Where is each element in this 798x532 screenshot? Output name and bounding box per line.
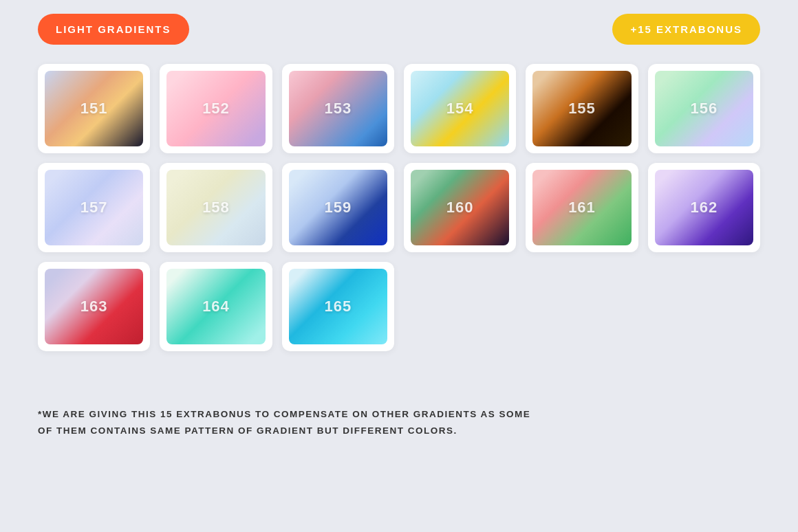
gradient-label-153: 153 xyxy=(324,100,352,118)
gradient-card-156[interactable]: 156 xyxy=(648,64,760,153)
gradient-grid-row2: 157158159160161162 xyxy=(38,163,760,252)
gradient-preview-156: 156 xyxy=(655,71,753,146)
gradient-card-158[interactable]: 158 xyxy=(160,163,272,252)
gradient-card-157[interactable]: 157 xyxy=(38,163,150,252)
gradient-card-163[interactable]: 163 xyxy=(38,262,150,351)
gradient-preview-157: 157 xyxy=(45,170,143,245)
gradient-preview-155: 155 xyxy=(532,71,631,146)
gradient-preview-163: 163 xyxy=(45,269,143,344)
page-wrapper: Light Gradients +15 ExtraBonus 151152153… xyxy=(0,0,798,466)
grid-spacer xyxy=(404,262,516,351)
gradient-card-152[interactable]: 152 xyxy=(160,64,272,153)
gradient-preview-165: 165 xyxy=(289,269,387,344)
gradient-card-160[interactable]: 160 xyxy=(404,163,516,252)
gradient-card-165[interactable]: 165 xyxy=(282,262,394,351)
grid-spacer xyxy=(526,262,638,351)
gradient-grid-row3: 163164165 xyxy=(38,262,760,351)
gradient-preview-158: 158 xyxy=(166,170,265,245)
gradient-card-161[interactable]: 161 xyxy=(526,163,638,252)
gradient-preview-151: 151 xyxy=(45,71,143,146)
footer-text: *We are giving this 15 ExtraBonus to com… xyxy=(38,406,760,439)
extra-bonus-badge: +15 ExtraBonus xyxy=(612,14,760,45)
gradient-label-165: 165 xyxy=(324,298,352,315)
gradient-card-153[interactable]: 153 xyxy=(282,64,394,153)
gradient-label-160: 160 xyxy=(446,199,474,217)
grid-spacer xyxy=(648,262,760,351)
gradient-card-164[interactable]: 164 xyxy=(160,262,272,351)
gradient-label-157: 157 xyxy=(80,199,108,217)
gradient-label-151: 151 xyxy=(80,100,108,118)
gradient-label-163: 163 xyxy=(80,298,108,315)
gradient-card-159[interactable]: 159 xyxy=(282,163,394,252)
gradient-preview-164: 164 xyxy=(166,269,265,344)
gradient-label-156: 156 xyxy=(690,100,718,118)
gradient-card-162[interactable]: 162 xyxy=(648,163,760,252)
gradient-label-162: 162 xyxy=(690,199,718,217)
gradient-preview-153: 153 xyxy=(289,71,387,146)
gradient-card-155[interactable]: 155 xyxy=(526,64,638,153)
gradient-label-161: 161 xyxy=(568,199,596,217)
header-row: Light Gradients +15 ExtraBonus xyxy=(38,14,760,45)
gradient-preview-159: 159 xyxy=(289,170,387,245)
gradient-card-151[interactable]: 151 xyxy=(38,64,150,153)
gradient-preview-160: 160 xyxy=(411,170,509,245)
gradient-label-155: 155 xyxy=(568,100,596,118)
gradient-grid-row1: 151152153154155156 xyxy=(38,64,760,153)
gradient-card-154[interactable]: 154 xyxy=(404,64,516,153)
gradient-preview-161: 161 xyxy=(532,170,631,245)
gradient-preview-152: 152 xyxy=(166,71,265,146)
light-gradients-badge: Light Gradients xyxy=(38,14,189,45)
gradient-label-159: 159 xyxy=(324,199,352,217)
gradient-preview-154: 154 xyxy=(411,71,509,146)
gradient-label-154: 154 xyxy=(446,100,474,118)
gradient-label-158: 158 xyxy=(202,199,230,217)
gradient-label-152: 152 xyxy=(202,100,230,118)
gradient-label-164: 164 xyxy=(202,298,230,315)
gradient-preview-162: 162 xyxy=(655,170,753,245)
